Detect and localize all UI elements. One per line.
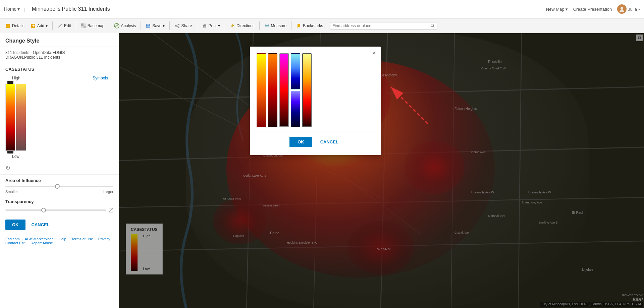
print-arrow-icon: ▾	[218, 23, 220, 28]
refresh-icon[interactable]: ↻	[5, 164, 10, 172]
transparency-slider[interactable]	[5, 207, 113, 213]
map-area[interactable]: Robbinsdale St Anthony Roseville County …	[119, 33, 644, 308]
heatmap-gradient-bar	[5, 84, 15, 151]
print-button[interactable]: Print ▾	[199, 21, 223, 30]
high-label: High	[12, 76, 20, 80]
heatmap-gradient-bar-right	[16, 84, 26, 151]
toolbar-sep7	[225, 21, 225, 30]
search-box[interactable]	[330, 22, 437, 29]
bookmarks-label: Bookmarks	[303, 23, 323, 28]
home-button[interactable]: Home ▾	[4, 6, 20, 12]
user-menu[interactable]: Julia ▾	[617, 4, 640, 14]
save-button[interactable]: Save ▾	[143, 21, 167, 30]
modal-overlay: ×	[119, 33, 644, 308]
sidebar-bottom-buttons: OK CANCEL	[0, 215, 119, 234]
new-map-arrow-icon: ▾	[566, 7, 568, 12]
help-link[interactable]: Help	[59, 237, 66, 241]
color-ramp-indigo[interactable]	[291, 91, 300, 127]
analysis-label: Analysis	[121, 23, 136, 28]
sidebar-footer: Esri.com · AGISMarketplace · Help · Term…	[0, 234, 119, 248]
larger-label: Larger	[103, 190, 113, 194]
bookmarks-button[interactable]: Bookmarks	[293, 21, 326, 30]
area-influence-title: Area of Influence	[5, 178, 113, 183]
layer-name-line1: 311 Incidents - OpenData.EDGIS	[5, 50, 113, 55]
layer-name-line2: DRAGON.Public 311 Incidents	[5, 55, 113, 60]
symbols-link[interactable]: Symbols	[93, 76, 113, 80]
create-presentation-button[interactable]: Create Presentation	[573, 7, 612, 12]
toolbar-sep2	[76, 21, 76, 30]
slider-handle-bottom[interactable]	[7, 151, 13, 153]
transparency-title: Transparency	[5, 199, 113, 204]
area-influence-slider[interactable]: Smaller Larger	[5, 186, 113, 194]
sidebar-ok-button[interactable]: OK	[5, 220, 25, 230]
user-label: Julia	[628, 7, 637, 12]
details-button[interactable]: Details	[3, 21, 27, 30]
add-button[interactable]: Add ▾	[28, 21, 50, 30]
svg-point-15	[175, 25, 176, 26]
color-ramp-magenta-red[interactable]	[279, 53, 289, 127]
measure-button[interactable]: Measure	[262, 21, 289, 30]
dialog-close-button[interactable]: ×	[372, 50, 376, 56]
slider-handle-top[interactable]	[7, 81, 13, 84]
svg-point-1	[620, 10, 624, 12]
add-icon	[31, 23, 36, 28]
share-icon	[174, 23, 180, 28]
search-input[interactable]	[332, 23, 430, 28]
color-ramp-blue[interactable]	[291, 53, 300, 89]
sidebar-header: Change Style	[0, 33, 119, 47]
basemap-button[interactable]: Basemap	[78, 21, 107, 30]
measure-label: Measure	[271, 23, 287, 28]
arrow-pointer	[384, 80, 431, 127]
directions-button[interactable]: Directions	[227, 21, 257, 30]
svg-point-28	[431, 24, 434, 26]
dialog-cancel-button[interactable]: CANCEL	[318, 137, 341, 147]
print-icon	[202, 23, 207, 28]
dialog-ok-button[interactable]: OK	[289, 137, 312, 147]
svg-rect-23	[204, 27, 206, 27]
save-icon	[146, 23, 151, 28]
smaller-label: Smaller	[5, 190, 18, 194]
analysis-button[interactable]: Analysis	[111, 21, 139, 30]
color-ramp-orange-dark[interactable]	[268, 53, 277, 127]
report-link[interactable]: Report Abuse	[31, 241, 53, 245]
new-map-button[interactable]: New Map ▾	[546, 7, 568, 12]
color-ramp-yellow-red[interactable]	[257, 53, 266, 127]
share-label: Share	[181, 23, 192, 28]
analysis-icon	[114, 23, 119, 28]
toolbar-sep4	[141, 21, 141, 30]
esri-link[interactable]: Esri.com	[5, 237, 20, 241]
toolbar-sep10	[328, 21, 328, 30]
svg-point-16	[178, 24, 179, 25]
color-swatches-area	[257, 53, 374, 131]
svg-rect-4	[7, 26, 9, 26]
color-ramp-yellow-orange-red[interactable]	[302, 53, 312, 127]
details-label: Details	[12, 23, 24, 28]
svg-rect-21	[204, 24, 206, 25]
toolbar-sep9	[291, 21, 291, 30]
home-arrow-icon: ▾	[17, 6, 20, 12]
bookmarks-icon	[296, 23, 302, 28]
color-picker-dialog: ×	[250, 47, 381, 155]
svg-rect-22	[204, 26, 206, 26]
share-button[interactable]: Share	[172, 21, 195, 30]
add-arrow-icon: ▾	[46, 23, 48, 28]
directions-label: Directions	[236, 23, 254, 28]
contact-link[interactable]: Contact Esri	[5, 241, 25, 245]
user-arrow-icon: ▾	[638, 7, 640, 11]
edit-button[interactable]: Edit	[55, 21, 74, 30]
sidebar-cancel-button[interactable]: CANCEL	[28, 220, 53, 230]
marketplace-link[interactable]: AGISMarketplace	[24, 237, 53, 241]
toolbar-sep1	[52, 21, 53, 30]
area-of-influence-section: Area of Influence Smaller Larger	[0, 174, 119, 197]
edit-label: Edit	[64, 23, 71, 28]
terms-link[interactable]: Terms of Use	[71, 237, 93, 241]
measure-icon	[264, 23, 270, 28]
basemap-label: Basemap	[88, 23, 105, 28]
print-label: Print	[209, 23, 217, 28]
low-label: Low	[12, 154, 19, 159]
privacy-link[interactable]: Privacy	[98, 237, 110, 241]
details-icon	[5, 23, 11, 28]
save-label: Save	[152, 23, 161, 28]
topbar-separator: |	[24, 7, 25, 12]
toolbar-sep3	[109, 21, 109, 30]
